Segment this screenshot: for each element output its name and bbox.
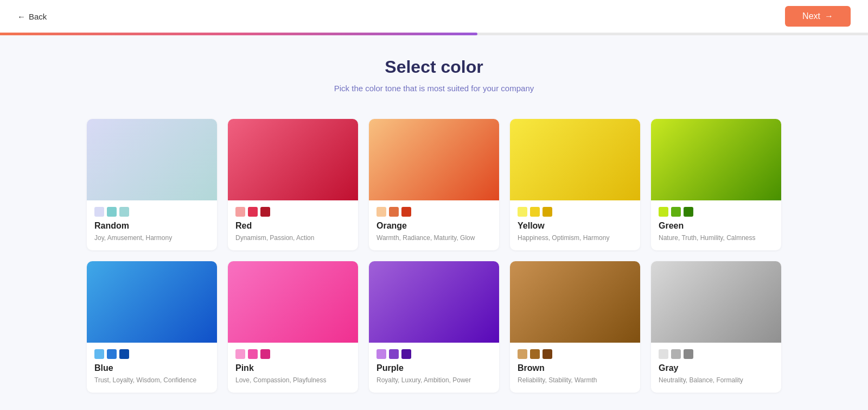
color-swatch-gray xyxy=(651,261,781,343)
color-info-green: GreenNature, Truth, Humility, Calmness xyxy=(651,200,781,250)
header: ← Back Next → xyxy=(0,0,868,33)
swatch-dot-1 xyxy=(671,349,681,359)
color-swatches-row xyxy=(94,349,209,359)
swatch-dot-0 xyxy=(659,349,668,359)
color-card-pink[interactable]: PinkLove, Compassion, Playfulness xyxy=(228,261,358,393)
swatch-dot-0 xyxy=(235,207,245,217)
color-info-pink: PinkLove, Compassion, Playfulness xyxy=(228,343,358,393)
color-name-label: Orange xyxy=(376,221,492,231)
progress-bar-fill xyxy=(0,33,477,35)
color-swatch-orange xyxy=(369,119,499,200)
color-name-label: Red xyxy=(235,221,350,231)
color-swatch-brown xyxy=(510,261,640,343)
color-card-random[interactable]: RandomJoy, Amusement, Harmony xyxy=(87,119,217,250)
next-arrow-icon: → xyxy=(825,11,833,21)
color-swatches-row xyxy=(94,207,209,217)
swatch-dot-2 xyxy=(260,207,270,217)
swatch-dot-2 xyxy=(684,207,693,217)
color-name-label: Pink xyxy=(235,363,350,373)
swatch-dot-1 xyxy=(530,207,540,217)
swatch-dot-2 xyxy=(542,207,552,217)
color-name-label: Brown xyxy=(518,363,633,373)
swatch-dot-2 xyxy=(684,349,693,359)
next-button[interactable]: Next → xyxy=(785,6,851,27)
color-swatch-purple xyxy=(369,261,499,343)
swatch-dot-2 xyxy=(119,207,129,217)
color-info-gray: GrayNeutrality, Balance, Formality xyxy=(651,343,781,393)
swatch-dot-0 xyxy=(94,349,104,359)
color-desc-label: Happiness, Optimism, Harmony xyxy=(518,233,633,243)
swatch-dot-2 xyxy=(260,349,270,359)
page-title: Select color xyxy=(87,57,781,77)
main-content: Select color Pick the color tone that is… xyxy=(54,35,814,410)
swatch-dot-0 xyxy=(659,207,668,217)
color-card-yellow[interactable]: YellowHappiness, Optimism, Harmony xyxy=(510,119,640,250)
page-subtitle: Pick the color tone that is most suited … xyxy=(87,84,781,93)
color-desc-label: Warmth, Radiance, Maturity, Glow xyxy=(376,233,492,243)
color-name-label: Yellow xyxy=(518,221,633,231)
color-swatches-row xyxy=(518,207,633,217)
color-card-red[interactable]: RedDynamism, Passion, Action xyxy=(228,119,358,250)
color-grid: RandomJoy, Amusement, HarmonyRedDynamism… xyxy=(87,119,781,393)
swatch-dot-1 xyxy=(389,349,399,359)
color-card-orange[interactable]: OrangeWarmth, Radiance, Maturity, Glow xyxy=(369,119,499,250)
color-swatch-green xyxy=(651,119,781,200)
color-name-label: Gray xyxy=(659,363,774,373)
back-arrow-icon: ← xyxy=(17,12,25,21)
swatch-dot-1 xyxy=(248,349,258,359)
color-desc-label: Nature, Truth, Humility, Calmness xyxy=(659,233,774,243)
swatch-dot-2 xyxy=(542,349,552,359)
swatch-dot-0 xyxy=(235,349,245,359)
color-desc-label: Neutrality, Balance, Formality xyxy=(659,375,774,385)
swatch-dot-1 xyxy=(389,207,399,217)
color-name-label: Green xyxy=(659,221,774,231)
next-label: Next xyxy=(802,11,820,21)
color-swatches-row xyxy=(235,349,350,359)
color-swatch-pink xyxy=(228,261,358,343)
color-swatch-red xyxy=(228,119,358,200)
color-card-gray[interactable]: GrayNeutrality, Balance, Formality xyxy=(651,261,781,393)
color-info-purple: PurpleRoyalty, Luxury, Ambition, Power xyxy=(369,343,499,393)
color-desc-label: Dynamism, Passion, Action xyxy=(235,233,350,243)
color-swatches-row xyxy=(659,207,774,217)
color-card-green[interactable]: GreenNature, Truth, Humility, Calmness xyxy=(651,119,781,250)
swatch-dot-1 xyxy=(671,207,681,217)
color-swatch-yellow xyxy=(510,119,640,200)
swatch-dot-0 xyxy=(94,207,104,217)
color-name-label: Blue xyxy=(94,363,209,373)
swatch-dot-1 xyxy=(107,349,117,359)
color-desc-label: Love, Compassion, Playfulness xyxy=(235,375,350,385)
color-card-blue[interactable]: BlueTrust, Loyalty, Wisdom, Confidence xyxy=(87,261,217,393)
color-name-label: Purple xyxy=(376,363,492,373)
color-swatches-row xyxy=(376,207,492,217)
color-info-random: RandomJoy, Amusement, Harmony xyxy=(87,200,217,250)
swatch-dot-1 xyxy=(248,207,258,217)
back-button[interactable]: ← Back xyxy=(17,12,47,21)
color-card-purple[interactable]: PurpleRoyalty, Luxury, Ambition, Power xyxy=(369,261,499,393)
swatch-dot-0 xyxy=(518,207,527,217)
swatch-dot-0 xyxy=(518,349,527,359)
swatch-dot-2 xyxy=(119,349,129,359)
color-desc-label: Joy, Amusement, Harmony xyxy=(94,233,209,243)
color-info-orange: OrangeWarmth, Radiance, Maturity, Glow xyxy=(369,200,499,250)
color-swatches-row xyxy=(659,349,774,359)
color-swatches-row xyxy=(376,349,492,359)
color-info-brown: BrownReliability, Stability, Warmth xyxy=(510,343,640,393)
color-swatch-random xyxy=(87,119,217,200)
swatch-dot-0 xyxy=(376,349,386,359)
color-card-brown[interactable]: BrownReliability, Stability, Warmth xyxy=(510,261,640,393)
color-name-label: Random xyxy=(94,221,209,231)
color-info-blue: BlueTrust, Loyalty, Wisdom, Confidence xyxy=(87,343,217,393)
swatch-dot-0 xyxy=(376,207,386,217)
swatch-dot-2 xyxy=(401,207,411,217)
color-desc-label: Royalty, Luxury, Ambition, Power xyxy=(376,375,492,385)
color-swatches-row xyxy=(235,207,350,217)
back-label: Back xyxy=(29,12,47,21)
swatch-dot-2 xyxy=(401,349,411,359)
swatch-dot-1 xyxy=(107,207,117,217)
color-info-yellow: YellowHappiness, Optimism, Harmony xyxy=(510,200,640,250)
color-desc-label: Trust, Loyalty, Wisdom, Confidence xyxy=(94,375,209,385)
color-desc-label: Reliability, Stability, Warmth xyxy=(518,375,633,385)
swatch-dot-1 xyxy=(530,349,540,359)
color-swatch-blue xyxy=(87,261,217,343)
